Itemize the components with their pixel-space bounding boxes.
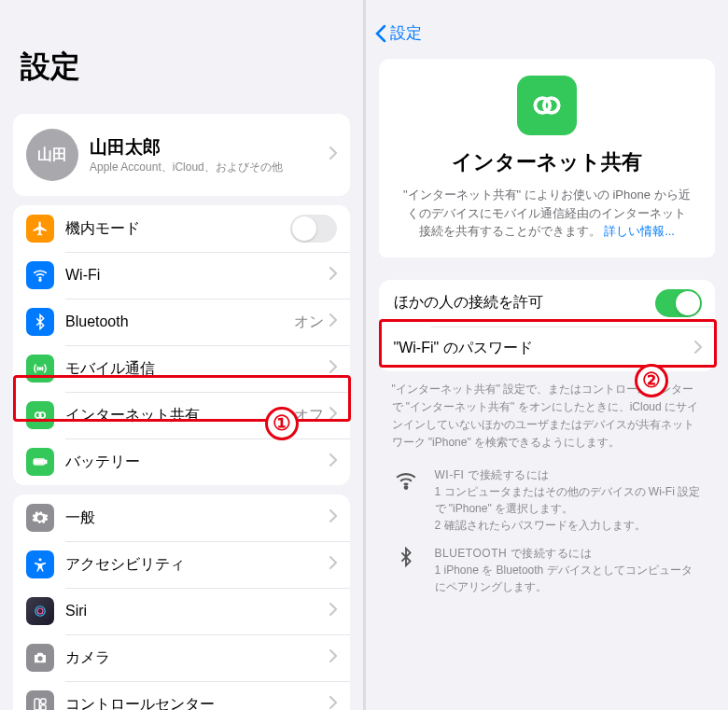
row-control-center[interactable]: コントロールセンター bbox=[13, 681, 350, 710]
svg-rect-11 bbox=[35, 699, 39, 710]
chevron-right-icon bbox=[329, 407, 337, 424]
row-bluetooth-label: Bluetooth bbox=[65, 313, 294, 330]
chevron-right-icon bbox=[329, 313, 337, 330]
chevron-right-icon bbox=[329, 267, 337, 284]
svg-rect-5 bbox=[45, 461, 47, 464]
bluetooth-outline-icon bbox=[392, 545, 420, 595]
siri-icon bbox=[26, 597, 54, 625]
chevron-right-icon bbox=[329, 509, 337, 526]
svg-point-16 bbox=[404, 487, 407, 490]
chevron-right-icon bbox=[694, 341, 702, 357]
instruction-wifi-title: WI-FI で接続するには bbox=[435, 466, 703, 483]
svg-rect-12 bbox=[41, 699, 46, 703]
account-name: 山田太郎 bbox=[90, 135, 329, 160]
row-hotspot-value: オフ bbox=[294, 406, 324, 425]
allow-others-switch[interactable] bbox=[655, 289, 702, 317]
chevron-left-icon bbox=[375, 24, 386, 43]
wifi-icon bbox=[26, 261, 54, 289]
row-hotspot-label: インターネット共有 bbox=[65, 406, 294, 425]
chevron-right-icon bbox=[329, 453, 337, 470]
chevron-right-icon bbox=[329, 649, 337, 666]
row-camera-label: カメラ bbox=[65, 648, 329, 668]
instruction-bluetooth: BLUETOOTH で接続するには 1 iPhone を Bluetooth デ… bbox=[366, 539, 729, 601]
row-wifi[interactable]: Wi-Fi bbox=[13, 252, 350, 299]
page-title: 設定 bbox=[0, 0, 363, 104]
row-general[interactable]: 一般 bbox=[13, 494, 350, 541]
row-hotspot[interactable]: インターネット共有 オフ bbox=[13, 392, 350, 439]
row-battery[interactable]: バッテリー bbox=[13, 439, 350, 485]
camera-icon bbox=[26, 644, 54, 672]
svg-rect-6 bbox=[35, 461, 43, 464]
svg-rect-13 bbox=[41, 705, 46, 710]
row-accessibility-label: アクセシビリティ bbox=[65, 555, 329, 575]
gear-icon bbox=[26, 504, 54, 532]
row-airplane[interactable]: 機内モード bbox=[13, 205, 350, 252]
connectivity-group: 機内モード Wi-Fi Bluetooth オン bbox=[13, 205, 350, 485]
row-cellular[interactable]: モバイル通信 bbox=[13, 345, 350, 392]
row-bluetooth-value: オン bbox=[294, 313, 324, 332]
hotspot-icon bbox=[26, 401, 54, 429]
svg-point-7 bbox=[39, 558, 42, 561]
wifi-outline-icon bbox=[392, 466, 420, 534]
instruction-wifi: WI-FI で接続するには 1 コンピュータまたはその他のデバイスの Wi-Fi… bbox=[366, 461, 729, 539]
hero-section: インターネット共有 "インターネット共有" によりお使いの iPhone から近… bbox=[379, 59, 716, 250]
row-bluetooth[interactable]: Bluetooth オン bbox=[13, 299, 350, 345]
instruction-wifi-line2: 2 確認されたらパスワードを入力します。 bbox=[435, 517, 703, 534]
chevron-right-icon bbox=[329, 360, 337, 377]
airplane-switch[interactable] bbox=[290, 215, 337, 243]
instruction-bt-title: BLUETOOTH で接続するには bbox=[435, 545, 703, 562]
row-wifi-label: Wi-Fi bbox=[65, 267, 329, 284]
system-group: 一般 アクセシビリティ Siri カメラ bbox=[13, 494, 350, 710]
row-allow-others[interactable]: ほかの人の接続を許可 bbox=[379, 280, 716, 327]
hero-title: インターネット共有 bbox=[403, 148, 692, 176]
svg-point-8 bbox=[35, 606, 46, 617]
row-general-label: 一般 bbox=[65, 508, 329, 528]
hotspot-options-group: ほかの人の接続を許可 "Wi-Fi" のパスワード bbox=[379, 280, 716, 371]
row-accessibility[interactable]: アクセシビリティ bbox=[13, 541, 350, 588]
more-info-link[interactable]: 詳しい情報... bbox=[604, 224, 675, 238]
account-row[interactable]: 山田 山田太郎 Apple Account、iCloud、およびその他 bbox=[13, 114, 350, 196]
account-sub: Apple Account、iCloud、およびその他 bbox=[90, 160, 329, 175]
allow-others-label: ほかの人の接続を許可 bbox=[394, 293, 656, 313]
settings-root-pane: 設定 山田 山田太郎 Apple Account、iCloud、およびその他 機… bbox=[0, 0, 366, 710]
chevron-right-icon bbox=[329, 556, 337, 573]
chevron-right-icon bbox=[329, 146, 337, 163]
wifi-password-label: "Wi-Fi" のパスワード bbox=[394, 339, 695, 358]
back-button[interactable]: 設定 bbox=[366, 0, 729, 49]
svg-point-0 bbox=[39, 279, 41, 281]
account-group: 山田 山田太郎 Apple Account、iCloud、およびその他 bbox=[13, 114, 350, 196]
svg-point-1 bbox=[39, 368, 41, 369]
bluetooth-icon bbox=[26, 308, 54, 336]
row-wifi-password[interactable]: "Wi-Fi" のパスワード bbox=[379, 327, 716, 371]
battery-icon bbox=[26, 448, 54, 476]
row-camera[interactable]: カメラ bbox=[13, 634, 350, 681]
hero-bottom-spacer bbox=[379, 250, 716, 258]
accessibility-icon bbox=[26, 550, 54, 578]
row-control-center-label: コントロールセンター bbox=[65, 695, 329, 711]
row-siri-label: Siri bbox=[65, 603, 329, 620]
avatar: 山田 bbox=[26, 129, 78, 181]
instruction-wifi-body: WI-FI で接続するには 1 コンピュータまたはその他のデバイスの Wi-Fi… bbox=[435, 466, 703, 534]
chevron-right-icon bbox=[329, 603, 337, 620]
back-label: 設定 bbox=[390, 22, 422, 44]
instruction-bt-line1: 1 iPhone を Bluetooth デバイスとしてコンピュータにペアリング… bbox=[435, 562, 703, 595]
row-battery-label: バッテリー bbox=[65, 452, 329, 472]
svg-point-9 bbox=[37, 608, 43, 614]
hotspot-hero-icon bbox=[517, 76, 577, 135]
airplane-icon bbox=[26, 215, 54, 243]
instruction-wifi-line1: 1 コンピュータまたはその他のデバイスの Wi-Fi 設定で "iPhone" … bbox=[435, 483, 703, 517]
instruction-bt-body: BLUETOOTH で接続するには 1 iPhone を Bluetooth デ… bbox=[435, 545, 703, 595]
row-airplane-label: 機内モード bbox=[65, 219, 290, 239]
row-siri[interactable]: Siri bbox=[13, 588, 350, 634]
svg-point-10 bbox=[37, 656, 42, 661]
row-cellular-label: モバイル通信 bbox=[65, 359, 329, 379]
hero-desc: "インターネット共有" によりお使いの iPhone から近くのデバイスにモバイ… bbox=[403, 186, 692, 241]
hotspot-detail-pane: 設定 インターネット共有 "インターネット共有" によりお使いの iPhone … bbox=[366, 0, 729, 710]
footer-note: "インターネット共有" 設定で、またはコントロールセンターで "インターネット共… bbox=[366, 371, 729, 462]
account-text: 山田太郎 Apple Account、iCloud、およびその他 bbox=[90, 135, 329, 175]
control-center-icon bbox=[26, 690, 54, 710]
chevron-right-icon bbox=[329, 696, 337, 710]
cellular-icon bbox=[26, 355, 54, 383]
